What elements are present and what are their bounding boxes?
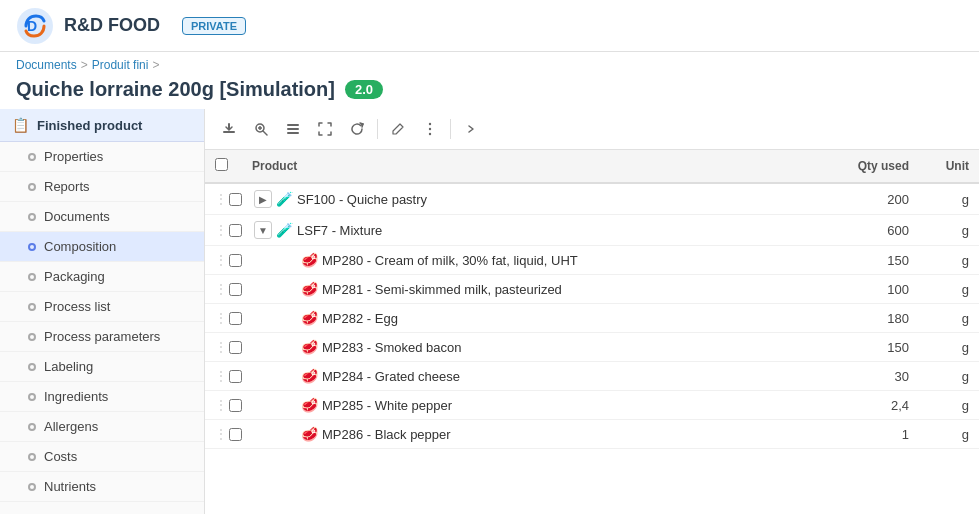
product-icon: 🥩 xyxy=(301,310,318,326)
select-all-checkbox[interactable] xyxy=(215,158,228,171)
list-button[interactable] xyxy=(279,115,307,143)
edit-button[interactable] xyxy=(384,115,412,143)
breadcrumb-documents[interactable]: Documents xyxy=(16,58,77,72)
product-label: MP284 - Grated cheese xyxy=(322,369,460,384)
export-button[interactable] xyxy=(215,115,243,143)
row-checkbox[interactable] xyxy=(229,399,242,412)
dot-icon xyxy=(28,333,36,341)
sidebar-item-packaging[interactable]: Packaging xyxy=(0,262,204,292)
dot-icon xyxy=(28,393,36,401)
drag-handle[interactable]: ⋮ xyxy=(215,192,227,206)
drag-handle[interactable]: ⋮ xyxy=(215,282,227,296)
finished-product-icon: 📋 xyxy=(12,117,29,133)
product-label: MP285 - White pepper xyxy=(322,398,452,413)
qty-cell: 1 xyxy=(819,420,919,449)
svg-rect-2 xyxy=(223,131,235,133)
page-title-bar: Quiche lorraine 200g [Simulation] 2.0 xyxy=(0,74,979,109)
dot-icon xyxy=(28,303,36,311)
product-icon: 🧪 xyxy=(276,222,293,238)
product-icon: 🥩 xyxy=(301,252,318,268)
row-checkbox[interactable] xyxy=(229,341,242,354)
sidebar-item-label: Process parameters xyxy=(44,329,160,344)
sidebar-item-ingredients[interactable]: Ingredients xyxy=(0,382,204,412)
sidebar-item-composition[interactable]: Composition xyxy=(0,232,204,262)
dot-icon xyxy=(28,483,36,491)
sidebar-item-process-list[interactable]: Process list xyxy=(0,292,204,322)
breadcrumb-sep-1: > xyxy=(81,58,88,72)
sidebar: 📋 Finished product Properties Reports Do… xyxy=(0,109,205,514)
fullscreen-button[interactable] xyxy=(311,115,339,143)
sidebar-item-nutrients[interactable]: Nutrients xyxy=(0,472,204,502)
row-checkbox[interactable] xyxy=(229,312,242,325)
dot-icon xyxy=(28,273,36,281)
sidebar-item-reports[interactable]: Reports xyxy=(0,172,204,202)
table-row: ⋮🥩MP280 - Cream of milk, 30% fat, liquid… xyxy=(205,246,979,275)
logo-area: D R&D FOOD PRIVATE xyxy=(16,7,246,45)
sidebar-item-label: Nutrients xyxy=(44,479,96,494)
drag-handle[interactable]: ⋮ xyxy=(215,311,227,325)
sidebar-item-label: Composition xyxy=(44,239,116,254)
table-row: ⋮🥩MP282 - Egg180g xyxy=(205,304,979,333)
qty-cell: 180 xyxy=(819,304,919,333)
qty-cell: 200 xyxy=(819,183,919,215)
product-icon: 🥩 xyxy=(301,397,318,413)
sidebar-item-label: Process list xyxy=(44,299,110,314)
row-checkbox[interactable] xyxy=(229,283,242,296)
chevron-button[interactable] xyxy=(457,115,485,143)
unit-cell: g xyxy=(919,215,979,246)
qty-cell: 100 xyxy=(819,275,919,304)
row-checkbox[interactable] xyxy=(229,254,242,267)
unit-cell: g xyxy=(919,183,979,215)
product-table: Product Qty used Unit ⋮▶🧪SF100 - Quiche … xyxy=(205,150,979,449)
dot-icon xyxy=(28,183,36,191)
sidebar-item-allergens[interactable]: Allergens xyxy=(0,412,204,442)
sidebar-section-label: Finished product xyxy=(37,118,142,133)
product-label: MP283 - Smoked bacon xyxy=(322,340,461,355)
sidebar-item-process-parameters[interactable]: Process parameters xyxy=(0,322,204,352)
row-checkbox[interactable] xyxy=(229,370,242,383)
dot-icon xyxy=(28,153,36,161)
dot-icon xyxy=(28,213,36,221)
row-checkbox[interactable] xyxy=(229,193,242,206)
toolbar-divider xyxy=(377,119,378,139)
table-row: ⋮🥩MP281 - Semi-skimmed milk, pasteurized… xyxy=(205,275,979,304)
col-check-header xyxy=(205,150,242,183)
more-button[interactable] xyxy=(416,115,444,143)
product-label: LSF7 - Mixture xyxy=(297,223,382,238)
svg-line-5 xyxy=(263,131,267,135)
drag-handle[interactable]: ⋮ xyxy=(215,369,227,383)
sidebar-item-labeling[interactable]: Labeling xyxy=(0,352,204,382)
expand-button[interactable]: ▶ xyxy=(254,190,272,208)
drag-handle[interactable]: ⋮ xyxy=(215,340,227,354)
zoom-button[interactable] xyxy=(247,115,275,143)
qty-cell: 30 xyxy=(819,362,919,391)
unit-cell: g xyxy=(919,246,979,275)
sidebar-item-properties[interactable]: Properties xyxy=(0,142,204,172)
svg-rect-8 xyxy=(287,124,299,126)
table-row: ⋮▼🧪LSF7 - Mixture600g xyxy=(205,215,979,246)
refresh-button[interactable] xyxy=(343,115,371,143)
drag-handle[interactable]: ⋮ xyxy=(215,253,227,267)
svg-rect-9 xyxy=(287,128,299,130)
product-label: MP282 - Egg xyxy=(322,311,398,326)
sidebar-item-label: Properties xyxy=(44,149,103,164)
col-product-header: Product xyxy=(242,150,819,183)
sidebar-item-costs[interactable]: Costs xyxy=(0,442,204,472)
breadcrumb: Documents > Produit fini > xyxy=(0,52,979,74)
qty-cell: 150 xyxy=(819,246,919,275)
breadcrumb-sep-2: > xyxy=(152,58,159,72)
product-icon: 🥩 xyxy=(301,339,318,355)
svg-point-11 xyxy=(429,123,431,125)
breadcrumb-produit-fini[interactable]: Produit fini xyxy=(92,58,149,72)
row-checkbox[interactable] xyxy=(229,224,242,237)
dot-icon xyxy=(28,453,36,461)
col-qty-header: Qty used xyxy=(819,150,919,183)
sidebar-item-documents[interactable]: Documents xyxy=(0,202,204,232)
drag-handle[interactable]: ⋮ xyxy=(215,427,227,441)
row-checkbox[interactable] xyxy=(229,428,242,441)
expand-button[interactable]: ▼ xyxy=(254,221,272,239)
product-label: MP286 - Black pepper xyxy=(322,427,451,442)
drag-handle[interactable]: ⋮ xyxy=(215,398,227,412)
qty-cell: 150 xyxy=(819,333,919,362)
drag-handle[interactable]: ⋮ xyxy=(215,223,227,237)
